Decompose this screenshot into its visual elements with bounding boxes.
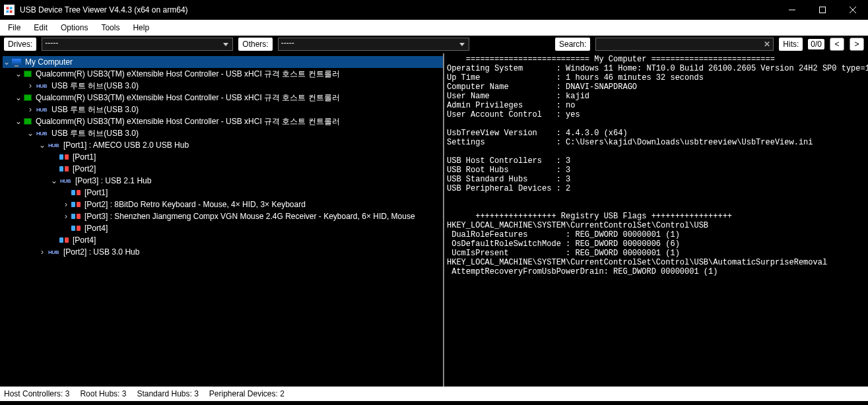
tree-item-label: [Port1]	[71, 152, 96, 162]
tree-item-label: Qualcomm(R) USB3(TM) eXtensible Host Con…	[34, 69, 340, 80]
others-value: -----	[281, 38, 294, 47]
search-input[interactable]: ✕	[595, 38, 774, 51]
collapse-toggle[interactable]: ⌄	[26, 129, 34, 138]
tree-row[interactable]: [Port1]	[3, 187, 443, 199]
collapse-toggle[interactable]: ⌄	[50, 176, 58, 185]
hub-icon: HUB	[36, 81, 48, 90]
expand-toggle[interactable]: ›	[62, 200, 70, 209]
svg-rect-5	[820, 7, 826, 13]
device-tree[interactable]: ⌄My Computer⌄Qualcomm(R) USB3(TM) eXtens…	[0, 53, 444, 387]
toolbar: Drives: ----- Others: ----- Search: ✕ Hi…	[0, 36, 868, 53]
expand-toggle[interactable]: ›	[62, 212, 70, 221]
tree-row[interactable]: ⌄HUB[Port3] : USB 2.1 Hub	[3, 175, 443, 187]
search-label: Search:	[555, 38, 590, 51]
tree-row[interactable]: [Port1]	[3, 151, 443, 163]
expand-toggle[interactable]: ›	[38, 247, 46, 257]
tree-item-label: [Port2] : USB 3.0 Hub	[62, 247, 139, 257]
hub-icon: HUB	[59, 176, 71, 185]
tree-item-label: Qualcomm(R) USB3(TM) eXtensible Host Con…	[34, 92, 340, 104]
hub-icon: HUB	[36, 105, 48, 114]
minimize-button[interactable]	[777, 0, 807, 20]
port-icon	[71, 188, 81, 197]
tree-item-label: [Port3] : Shenzhen Jiangmeng Compx VGN M…	[83, 212, 415, 221]
others-select[interactable]: -----	[278, 38, 469, 51]
tree-row[interactable]: ⌄HUB[Port1] : AMECO USB 2.0 USB Hub	[3, 139, 443, 151]
drives-label: Drives:	[4, 38, 36, 51]
port-icon	[59, 164, 69, 173]
expand-toggle[interactable]: ›	[26, 105, 34, 114]
menu-tools[interactable]: Tools	[96, 22, 125, 34]
hits-value: 0/0	[808, 39, 824, 49]
port-icon	[59, 152, 69, 162]
tree-row[interactable]: ⌄Qualcomm(R) USB3(TM) eXtensible Host Co…	[3, 68, 443, 80]
collapse-toggle[interactable]: ⌄	[3, 57, 11, 67]
tree-row[interactable]: ›HUB[Port2] : USB 3.0 Hub	[3, 246, 443, 258]
tree-row[interactable]: ›[Port2] : 8BitDo Retro Keyboard - Mouse…	[3, 199, 443, 210]
collapse-toggle[interactable]: ⌄	[38, 140, 46, 150]
prev-hit-button[interactable]: <	[830, 38, 844, 51]
tree-item-label: [Port4]	[83, 224, 108, 233]
svg-rect-0	[7, 7, 9, 10]
status-peripheral-devices: Peripheral Devices: 2	[209, 389, 284, 398]
dev-icon	[71, 200, 81, 209]
status-standard-hubs: Standard Hubs: 3	[137, 389, 198, 398]
svg-rect-2	[7, 11, 9, 13]
statusbar: Host Controllers: 3 Root Hubs: 3 Standar…	[0, 387, 868, 401]
tree-row[interactable]: ⌄Qualcomm(R) USB3(TM) eXtensible Host Co…	[3, 115, 443, 127]
chip-icon	[24, 71, 32, 77]
tree-item-label: [Port4]	[71, 235, 96, 245]
hub-icon: HUB	[36, 129, 48, 138]
detail-text[interactable]: ========================== My Computer =…	[447, 55, 865, 276]
tree-item-label: [Port2]	[71, 164, 96, 173]
app-icon	[4, 5, 15, 15]
tree-item-label: USB 루트 허브(USB 3.0)	[50, 128, 139, 139]
tree-row[interactable]: ⌄Qualcomm(R) USB3(TM) eXtensible Host Co…	[3, 92, 443, 104]
tree-row[interactable]: [Port4]	[3, 222, 443, 234]
dev-icon	[71, 212, 81, 221]
tree-row[interactable]: ⌄My Computer	[3, 56, 443, 68]
tree-item-label: My Computer	[24, 57, 73, 67]
tree-row[interactable]: ›HUBUSB 루트 허브(USB 3.0)	[3, 80, 443, 92]
tree-row[interactable]: ›HUBUSB 루트 허브(USB 3.0)	[3, 104, 443, 115]
svg-rect-3	[10, 11, 13, 13]
port-icon	[59, 235, 69, 245]
tree-item-label: USB 루트 허브(USB 3.0)	[50, 80, 139, 92]
titlebar: USB Device Tree Viewer V4.4.3 (x64 on ar…	[0, 0, 868, 20]
hub-icon: HUB	[48, 247, 59, 257]
maximize-button[interactable]	[807, 0, 838, 20]
tree-row[interactable]: ›[Port3] : Shenzhen Jiangmeng Compx VGN …	[3, 210, 443, 222]
chip-icon	[24, 118, 32, 125]
window-title: USB Device Tree Viewer V4.4.3 (x64 on ar…	[20, 5, 188, 15]
menu-help[interactable]: Help	[127, 22, 154, 34]
close-button[interactable]	[838, 0, 868, 20]
tree-row[interactable]: [Port4]	[3, 234, 443, 246]
menubar: File Edit Options Tools Help	[0, 20, 868, 36]
tree-row[interactable]: [Port2]	[3, 163, 443, 175]
tree-item-label: [Port1]	[83, 188, 108, 197]
hits-label: Hits:	[779, 38, 803, 51]
detail-panel: ========================== My Computer =…	[444, 53, 868, 387]
tree-item-label: [Port2] : 8BitDo Retro Keyboard - Mouse,…	[83, 200, 306, 209]
tree-row[interactable]: ⌄HUBUSB 루트 허브(USB 3.0)	[3, 127, 443, 139]
tree-item-label: Qualcomm(R) USB3(TM) eXtensible Host Con…	[34, 116, 340, 127]
collapse-toggle[interactable]: ⌄	[15, 69, 22, 78]
status-root-hubs: Root Hubs: 3	[80, 389, 126, 398]
collapse-toggle[interactable]: ⌄	[15, 93, 22, 102]
port-icon	[71, 224, 81, 233]
expand-toggle[interactable]: ›	[26, 81, 34, 90]
tree-item-label: [Port1] : AMECO USB 2.0 USB Hub	[62, 140, 189, 150]
drives-select[interactable]: -----	[42, 38, 233, 51]
drives-value: -----	[45, 38, 58, 47]
menu-options[interactable]: Options	[55, 22, 93, 34]
hub-icon: HUB	[48, 140, 59, 150]
next-hit-button[interactable]: >	[850, 38, 864, 51]
main-area: ⌄My Computer⌄Qualcomm(R) USB3(TM) eXtens…	[0, 53, 868, 387]
window-controls	[777, 0, 868, 20]
menu-edit[interactable]: Edit	[28, 22, 53, 34]
menu-file[interactable]: File	[3, 22, 26, 34]
chip-icon	[24, 94, 32, 101]
clear-search-icon[interactable]: ✕	[764, 40, 770, 49]
others-label: Others:	[238, 38, 272, 51]
tree-item-label: [Port3] : USB 2.1 Hub	[74, 176, 151, 185]
collapse-toggle[interactable]: ⌄	[15, 117, 22, 126]
